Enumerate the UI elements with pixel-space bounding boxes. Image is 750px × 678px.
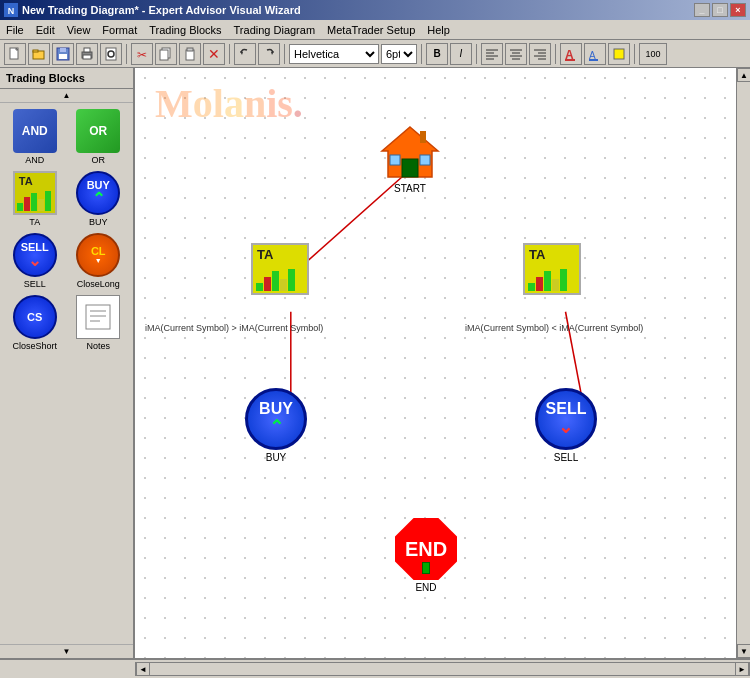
undo-btn[interactable] — [234, 43, 256, 65]
highlight-btn[interactable]: A — [584, 43, 606, 65]
cut-btn[interactable]: ✂ — [131, 43, 153, 65]
svg-text:N: N — [8, 6, 15, 16]
closeshort-label: CloseShort — [12, 341, 57, 351]
start-label: START — [394, 183, 426, 194]
and-label: AND — [25, 155, 44, 165]
buy-diag-label: BUY — [266, 452, 287, 463]
close-btn[interactable]: × — [730, 3, 746, 17]
menu-trading-blocks[interactable]: Trading Blocks — [143, 22, 227, 38]
menu-view[interactable]: View — [61, 22, 97, 38]
separator-6 — [555, 44, 556, 64]
closelong-icon: CL ▼ — [76, 233, 120, 277]
ta-label: TA — [29, 217, 40, 227]
menu-metatrader[interactable]: MetaTrader Setup — [321, 22, 421, 38]
svg-rect-5 — [33, 50, 38, 52]
h-scroll-right-btn[interactable]: ► — [735, 662, 749, 676]
and-block-item[interactable]: AND AND — [6, 109, 64, 165]
redo-btn[interactable] — [258, 43, 280, 65]
ta1-node[interactable]: TA — [251, 243, 309, 295]
ta-block-item[interactable]: TA TA — [6, 171, 64, 227]
align-center-btn[interactable] — [505, 43, 527, 65]
bg-color-btn[interactable] — [608, 43, 630, 65]
svg-rect-18 — [187, 48, 193, 51]
paste-btn[interactable] — [179, 43, 201, 65]
copy-btn[interactable] — [155, 43, 177, 65]
separator-1 — [126, 44, 127, 64]
buy-label: BUY — [89, 217, 108, 227]
italic-btn[interactable]: I — [450, 43, 472, 65]
sell-label: SELL — [24, 279, 46, 289]
align-left-btn[interactable] — [481, 43, 503, 65]
menu-file[interactable]: File — [0, 22, 30, 38]
scroll-bottom-btn[interactable]: ▼ — [737, 644, 750, 658]
font-color-btn[interactable]: A — [560, 43, 582, 65]
notes-icon — [76, 295, 120, 339]
buy-block-item[interactable]: BUY ⌃ BUY — [70, 171, 128, 227]
zoom-btn[interactable]: 100 — [639, 43, 667, 65]
closelong-block-item[interactable]: CL ▼ CloseLong — [70, 233, 128, 289]
menu-trading-diagram[interactable]: Trading Diagram — [228, 22, 322, 38]
window-title: New Trading Diagram* - Expert Advisor Vi… — [22, 4, 301, 16]
end-icon: END — [395, 518, 457, 580]
ta1-icon: TA — [251, 243, 309, 295]
save-btn[interactable] — [52, 43, 74, 65]
align-right-btn[interactable] — [529, 43, 551, 65]
closelong-label: CloseLong — [77, 279, 120, 289]
scroll-up-btn[interactable]: ▲ — [0, 89, 133, 103]
maximize-btn[interactable]: □ — [712, 3, 728, 17]
buy-diag-node[interactable]: BUY ⌃ BUY — [245, 388, 307, 463]
menu-format[interactable]: Format — [96, 22, 143, 38]
canvas-inner: Molanis. — [135, 68, 750, 658]
svg-rect-38 — [86, 305, 110, 329]
scroll-down-btn[interactable]: ▼ — [0, 644, 133, 658]
start-house-icon — [380, 123, 440, 181]
v-scrollbar: ▲ ▼ — [736, 68, 750, 658]
bold-btn[interactable]: B — [426, 43, 448, 65]
start-node[interactable]: START — [380, 123, 440, 194]
condition2-text: iMA(Current Symbol) < iMA(Current Symbol… — [465, 323, 643, 333]
svg-rect-16 — [160, 50, 168, 60]
ta2-node[interactable]: TA — [523, 243, 581, 295]
delete-btn[interactable]: ✕ — [203, 43, 225, 65]
h-scroll-left-btn[interactable]: ◄ — [136, 662, 150, 676]
sell-diag-label: SELL — [554, 452, 578, 463]
sell-diag-node[interactable]: SELL ⌄ SELL — [535, 388, 597, 463]
end-node[interactable]: END END — [395, 518, 457, 593]
notes-block-item[interactable]: Notes — [70, 295, 128, 351]
bottom-bar: ◄ ► — [0, 658, 750, 678]
window-controls: _ □ × — [694, 3, 746, 17]
new-btn[interactable] — [4, 43, 26, 65]
svg-rect-47 — [402, 159, 418, 177]
panel-header: Trading Blocks — [0, 68, 133, 89]
left-panel: Trading Blocks ▲ AND AND OR OR TA — [0, 68, 135, 658]
canvas-area: Molanis. — [135, 68, 750, 658]
app-icon: N — [4, 3, 18, 17]
sell-block-item[interactable]: SELL ⌄ SELL — [6, 233, 64, 289]
condition1-text: iMA(Current Symbol) > iMA(Current Symbol… — [145, 323, 323, 333]
ta2-icon: TA — [523, 243, 581, 295]
preview-btn[interactable] — [100, 43, 122, 65]
print-btn[interactable] — [76, 43, 98, 65]
size-select[interactable]: 6pt — [381, 44, 417, 64]
panel-content: AND AND OR OR TA — [0, 103, 133, 644]
font-select[interactable]: Helvetica — [289, 44, 379, 64]
svg-rect-8 — [59, 54, 67, 59]
separator-3 — [284, 44, 285, 64]
or-block-item[interactable]: OR OR — [70, 109, 128, 165]
svg-text:✂: ✂ — [137, 48, 147, 61]
sell-diag-icon: SELL ⌄ — [535, 388, 597, 450]
svg-rect-34 — [565, 59, 575, 61]
menu-edit[interactable]: Edit — [30, 22, 61, 38]
scroll-track — [737, 82, 750, 644]
h-scrollbar: ◄ ► — [135, 662, 750, 676]
molanis-logo: Molanis. — [155, 80, 303, 127]
open-btn[interactable] — [28, 43, 50, 65]
buy-icon: BUY ⌃ — [76, 171, 120, 215]
separator-5 — [476, 44, 477, 64]
svg-marker-19 — [240, 51, 243, 55]
closeshort-block-item[interactable]: CS CloseShort — [6, 295, 64, 351]
minimize-btn[interactable]: _ — [694, 3, 710, 17]
menu-help[interactable]: Help — [421, 22, 456, 38]
scroll-top-btn[interactable]: ▲ — [737, 68, 750, 82]
sell-icon: SELL ⌄ — [13, 233, 57, 277]
